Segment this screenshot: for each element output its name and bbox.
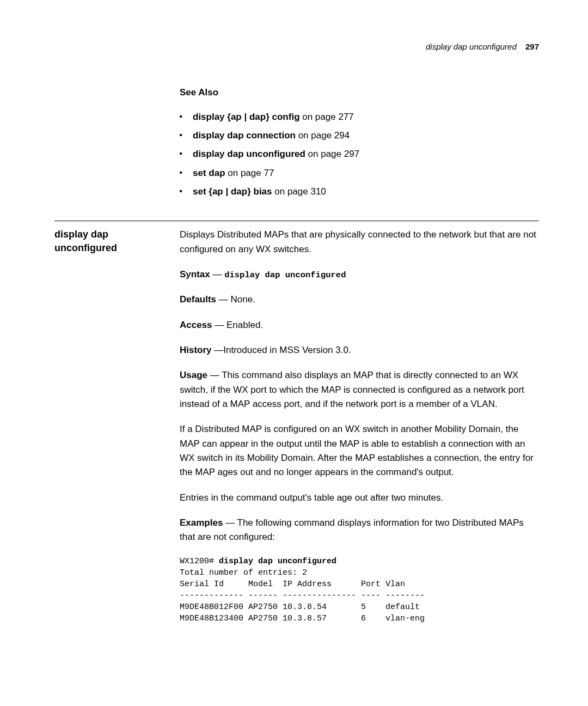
syntax-dash: — [210,269,224,279]
defaults-label: Defaults [180,294,216,305]
syntax-label: Syntax [180,269,210,279]
command-name: set dap [193,168,225,178]
usage-label: Usage [180,370,207,380]
syntax-block: Syntax — display dap unconfigured [180,267,539,282]
history-label: History [180,345,212,355]
list-item: display dap unconfigured on page 297 [180,147,539,161]
list-item: set {ap | dap} bias on page 310 [180,185,539,199]
intro-para: Displays Distributed MAPs that are physi… [180,228,539,257]
command-name: set {ap | dap} bias [193,186,272,197]
command-name: display dap connection [193,130,296,141]
see-also-list: display {ap | dap} config on page 277 di… [180,110,539,199]
usage-value: — This command also displays an MAP that… [180,370,524,409]
page-ref: on page 310 [272,186,326,197]
access-label: Access [180,320,212,330]
code-line: ------------- ------ --------------- ---… [180,591,425,600]
usage-block: Usage — This command also displays an MA… [180,368,539,411]
page-ref: on page 297 [305,149,359,159]
examples-block: Examples — The following command display… [180,516,539,545]
list-item: display dap connection on page 294 [180,129,539,143]
code-prompt: WX1200# [180,557,219,566]
list-item: set dap on page 77 [180,166,539,180]
section-heading: display dap unconfigured [54,228,180,254]
see-also-heading: See Also [180,86,539,100]
page-header: display dap unconfigured 297 [54,40,539,53]
history-value: —Introduced in MSS Version 3.0. [212,345,351,355]
section-label-line2: unconfigured [54,242,117,253]
history-block: History —Introduced in MSS Version 3.0. [180,343,539,357]
code-command: display dap unconfigured [219,557,336,566]
access-value: — Enabled. [212,320,264,330]
examples-label: Examples [180,518,223,528]
usage-para2: If a Distributed MAP is configured on an… [180,422,539,479]
section-content: Displays Distributed MAPs that are physi… [180,228,539,624]
command-section: display dap unconfigured Displays Distri… [54,228,539,624]
command-name: display {ap | dap} config [193,112,300,122]
code-line: M9DE48B012F00 AP2750 10.3.8.54 5 default [180,602,420,612]
section-label-line1: display dap [54,229,108,240]
page-number: 297 [525,42,539,51]
page-ref: on page 294 [296,130,350,141]
syntax-command: display dap unconfigured [224,270,346,280]
usage-para3: Entries in the command output's table ag… [180,491,539,505]
code-line: Serial Id Model IP Address Port Vlan [180,580,405,589]
defaults-block: Defaults — None. [180,293,539,307]
defaults-value: — None. [216,294,255,305]
header-title: display dap unconfigured [426,42,517,51]
access-block: Access — Enabled. [180,318,539,332]
see-also-block: See Also display {ap | dap} config on pa… [180,86,539,199]
examples-value: — The following command displays informa… [180,518,524,542]
page-ref: on page 277 [300,112,354,122]
section-divider [54,221,539,221]
list-item: display {ap | dap} config on page 277 [180,110,539,124]
code-output: WX1200# display dap unconfigured Total n… [180,556,539,624]
page-ref: on page 77 [225,168,274,178]
code-line: Total number of entries: 2 [180,568,307,577]
code-line: M9DE48B123400 AP2750 10.3.8.57 6 vlan-en… [180,614,425,623]
command-name: display dap unconfigured [193,149,305,159]
